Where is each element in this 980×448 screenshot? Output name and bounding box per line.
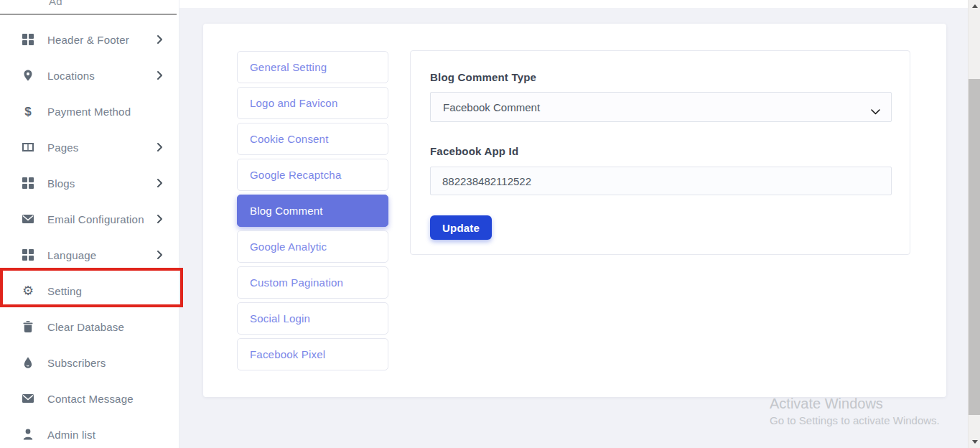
watermark-title: Activate Windows bbox=[770, 395, 940, 412]
scrollbar-thumb[interactable] bbox=[969, 79, 980, 415]
sidebar-item-locations[interactable]: Locations bbox=[0, 57, 179, 93]
sidebar-item-header-footer[interactable]: Header & Footer bbox=[0, 22, 179, 57]
envelope-icon bbox=[22, 392, 34, 405]
tab-label: Logo and Favicon bbox=[250, 97, 337, 109]
grid-icon bbox=[22, 33, 34, 46]
chevron-right-icon bbox=[154, 213, 165, 228]
sidebar-item-label: Contact Message bbox=[47, 393, 134, 405]
tab-custom-pagination[interactable]: Custom Pagination bbox=[237, 266, 388, 299]
map-pin-icon bbox=[22, 69, 34, 82]
sidebar-item-label: Payment Method bbox=[47, 106, 131, 118]
blog-comment-type-selected-value: Facebook Comment bbox=[443, 101, 540, 113]
topbar-remnant bbox=[179, 0, 968, 8]
tab-label: General Setting bbox=[250, 61, 327, 73]
sidebar-item-label: Subscribers bbox=[47, 357, 106, 369]
sidebar-item-label: Language bbox=[47, 249, 96, 261]
sidebar-divider bbox=[0, 14, 177, 15]
tab-label: Blog Comment bbox=[250, 205, 323, 217]
sidebar: Ad Header & Footer Locations $ Payment M… bbox=[0, 0, 179, 448]
main-content: General Setting Logo and Favicon Cookie … bbox=[179, 0, 968, 448]
sidebar-item-label: Setting bbox=[47, 285, 82, 297]
tab-google-analytic[interactable]: Google Analytic bbox=[237, 230, 388, 263]
tab-label: Cookie Consent bbox=[250, 133, 329, 145]
triangle-up-icon bbox=[972, 4, 978, 8]
sidebar-item-label: Pages bbox=[47, 141, 79, 154]
activate-windows-watermark: Activate Windows Go to Settings to activ… bbox=[770, 395, 940, 426]
blog-comment-panel: Blog Comment Type Facebook Comment Faceb… bbox=[410, 50, 910, 255]
tab-logo-and-favicon[interactable]: Logo and Favicon bbox=[237, 87, 388, 119]
sidebar-item-admin-list[interactable]: Admin list bbox=[0, 416, 179, 448]
watermark-subtitle: Go to Settings to activate Windows. bbox=[770, 414, 940, 426]
tab-general-setting[interactable]: General Setting bbox=[237, 51, 388, 83]
tab-cookie-consent[interactable]: Cookie Consent bbox=[237, 123, 388, 155]
content-card: General Setting Logo and Favicon Cookie … bbox=[203, 24, 946, 397]
blog-comment-type-label: Blog Comment Type bbox=[430, 71, 536, 83]
gear-icon: ⚙ bbox=[22, 284, 34, 297]
tab-label: Google Analytic bbox=[250, 241, 327, 253]
sidebar-item-clear-database[interactable]: Clear Database bbox=[0, 309, 179, 345]
sidebar-item-payment-method[interactable]: $ Payment Method bbox=[0, 93, 179, 129]
chevron-right-icon bbox=[154, 70, 165, 84]
sidebar-item-language[interactable]: Language bbox=[0, 237, 179, 273]
sidebar-item-contact-message[interactable]: Contact Message bbox=[0, 381, 179, 416]
sidebar-menu: Header & Footer Locations $ Payment Meth… bbox=[0, 22, 179, 448]
update-button[interactable]: Update bbox=[430, 215, 492, 240]
chevron-down-icon bbox=[871, 105, 880, 117]
facebook-app-id-input[interactable] bbox=[430, 167, 892, 195]
sidebar-item-label: Ad bbox=[49, 0, 62, 7]
chevron-right-icon bbox=[154, 177, 165, 192]
sidebar-item-subscribers[interactable]: Subscribers bbox=[0, 345, 179, 381]
envelope-icon bbox=[22, 213, 34, 225]
tab-label: Custom Pagination bbox=[250, 276, 343, 289]
sidebar-item-label: Blogs bbox=[47, 177, 75, 190]
tab-blog-comment[interactable]: Blog Comment bbox=[237, 195, 388, 227]
sidebar-item-label: Email Configuration bbox=[47, 213, 144, 225]
grid-icon bbox=[22, 248, 34, 261]
tab-label: Social Login bbox=[250, 312, 310, 325]
user-icon bbox=[22, 428, 34, 441]
tab-label: Facebook Pixel bbox=[250, 348, 325, 360]
vertical-scrollbar bbox=[968, 0, 980, 448]
sidebar-item-ads-partial[interactable]: Ad bbox=[0, 0, 179, 13]
tab-google-recaptcha[interactable]: Google Recaptcha bbox=[237, 159, 388, 191]
tab-label: Google Recaptcha bbox=[250, 169, 341, 181]
chevron-right-icon bbox=[154, 141, 165, 156]
dollar-icon: $ bbox=[22, 105, 34, 118]
triangle-down-icon bbox=[972, 440, 978, 444]
tab-social-login[interactable]: Social Login bbox=[237, 302, 388, 335]
sidebar-item-label: Admin list bbox=[47, 429, 95, 441]
sidebar-item-pages[interactable]: Pages bbox=[0, 129, 179, 165]
sidebar-item-label: Clear Database bbox=[47, 321, 124, 333]
chevron-right-icon bbox=[154, 34, 165, 48]
scrollbar-down-arrow[interactable] bbox=[969, 436, 980, 448]
sidebar-item-email-configuration[interactable]: Email Configuration bbox=[0, 201, 179, 237]
chevron-right-icon bbox=[154, 249, 165, 263]
columns-icon bbox=[22, 141, 34, 154]
blog-comment-type-select[interactable]: Facebook Comment bbox=[430, 92, 892, 122]
settings-tab-list: General Setting Logo and Favicon Cookie … bbox=[237, 51, 388, 374]
sidebar-item-setting[interactable]: ⚙ Setting bbox=[0, 273, 179, 309]
scrollbar-up-arrow[interactable] bbox=[969, 0, 980, 12]
droplet-icon bbox=[22, 356, 34, 369]
sidebar-item-label: Header & Footer bbox=[47, 34, 129, 46]
sidebar-item-label: Locations bbox=[47, 70, 95, 82]
trash-icon bbox=[22, 320, 34, 333]
sidebar-item-blogs[interactable]: Blogs bbox=[0, 165, 179, 201]
facebook-app-id-label: Facebook App Id bbox=[430, 145, 518, 157]
tab-facebook-pixel[interactable]: Facebook Pixel bbox=[237, 338, 388, 370]
grid-icon bbox=[22, 177, 34, 190]
